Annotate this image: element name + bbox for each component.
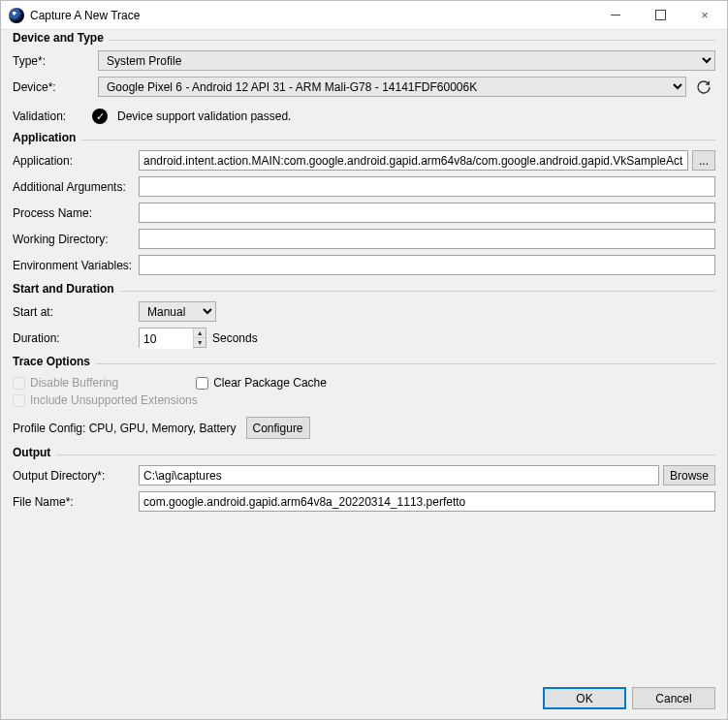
process-name-input[interactable] — [139, 203, 715, 223]
working-directory-label: Working Directory: — [13, 233, 139, 246]
cancel-button[interactable]: Cancel — [632, 687, 715, 709]
output-directory-label: Output Directory*: — [13, 469, 139, 483]
include-unsupported-label: Include Unsupported Extensions — [30, 393, 198, 407]
clear-package-cache-checkbox[interactable]: Clear Package Cache — [196, 376, 327, 390]
clear-package-cache-label: Clear Package Cache — [213, 376, 327, 390]
disable-buffering-label: Disable Buffering — [30, 376, 118, 390]
start-duration-legend: Start and Duration — [13, 282, 120, 296]
working-directory-input[interactable] — [139, 229, 715, 249]
type-label: Type*: — [13, 54, 98, 68]
start-at-select[interactable]: Manual — [139, 301, 216, 322]
trace-options-group: Trace Options Disable Buffering Clear Pa… — [13, 363, 715, 439]
trace-options-legend: Trace Options — [13, 355, 96, 368]
disable-buffering-input — [13, 377, 25, 390]
output-directory-input[interactable] — [139, 465, 659, 485]
duration-unit: Seconds — [212, 331, 258, 345]
application-label: Application: — [13, 154, 139, 168]
start-at-label: Start at: — [13, 305, 139, 319]
dialog-button-bar: OK Cancel — [1, 677, 727, 719]
refresh-devices-button[interactable] — [692, 78, 715, 96]
include-unsupported-checkbox: Include Unsupported Extensions — [13, 393, 198, 407]
type-select[interactable]: System Profile — [98, 50, 715, 71]
configure-button[interactable]: Configure — [246, 417, 310, 439]
validation-message: Device support validation passed. — [117, 110, 291, 123]
titlebar: Capture A New Trace × — [1, 1, 727, 30]
browse-application-button[interactable]: ... — [692, 150, 715, 171]
device-type-group: Device and Type Type*: System Profile De… — [13, 40, 715, 124]
window-close-button[interactable]: × — [682, 1, 727, 30]
include-unsupported-input — [13, 394, 25, 407]
application-group: Application Application: ... Additional … — [13, 140, 715, 275]
application-input[interactable] — [139, 150, 688, 171]
file-name-input[interactable] — [139, 491, 715, 512]
device-label: Device*: — [13, 80, 98, 94]
window-title: Capture A New Trace — [30, 9, 140, 22]
additional-arguments-input[interactable] — [139, 176, 715, 197]
app-icon — [9, 8, 24, 23]
process-name-label: Process Name: — [13, 206, 139, 220]
window-minimize-button[interactable] — [593, 1, 638, 30]
validation-passed-icon: ✓ — [92, 109, 108, 124]
output-legend: Output — [13, 446, 56, 459]
environment-variables-input[interactable] — [139, 255, 715, 275]
start-duration-group: Start and Duration Start at: Manual Dura… — [13, 291, 715, 348]
application-legend: Application — [13, 131, 81, 144]
browse-output-button[interactable]: Browse — [663, 465, 715, 485]
duration-label: Duration: — [13, 331, 139, 345]
output-group: Output Output Directory*: Browse File Na… — [13, 454, 715, 512]
profile-config-label: Profile Config: CPU, GPU, Memory, Batter… — [13, 422, 237, 435]
duration-down-button[interactable]: ▼ — [194, 338, 206, 347]
device-select[interactable]: Google Pixel 6 - Android 12 API 31 - ARM… — [98, 77, 686, 97]
file-name-label: File Name*: — [13, 495, 139, 509]
environment-variables-label: Environment Variables: — [13, 259, 139, 272]
duration-up-button[interactable]: ▲ — [194, 329, 206, 338]
additional-arguments-label: Additional Arguments: — [13, 180, 139, 194]
refresh-icon — [695, 78, 712, 96]
duration-spinner[interactable]: ▲ ▼ — [139, 328, 206, 348]
duration-input[interactable] — [140, 329, 193, 349]
ok-button[interactable]: OK — [543, 687, 626, 709]
validation-label: Validation: — [13, 110, 82, 123]
device-type-legend: Device and Type — [13, 31, 110, 45]
disable-buffering-checkbox: Disable Buffering — [13, 376, 118, 390]
clear-package-cache-input[interactable] — [196, 377, 208, 390]
window-maximize-button[interactable] — [638, 1, 682, 30]
